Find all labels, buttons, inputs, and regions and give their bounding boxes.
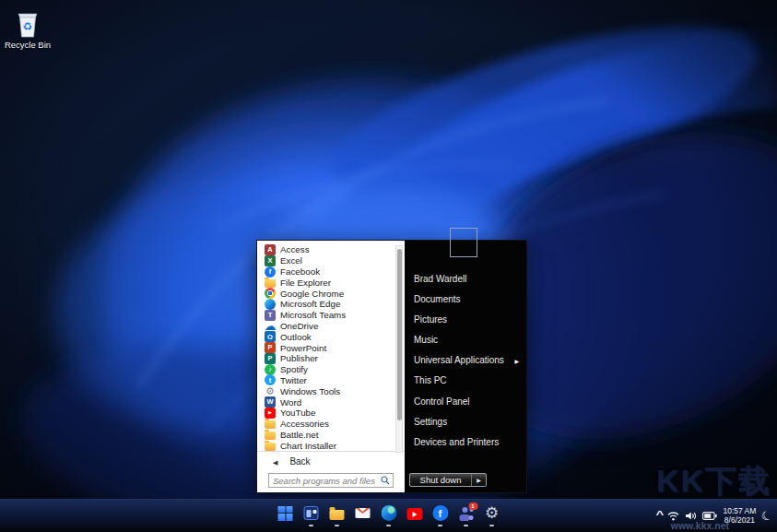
menu-item-this-pc[interactable]: This PC [405, 371, 526, 391]
search-box [268, 473, 394, 488]
running-indicator [335, 525, 339, 526]
app-item-access[interactable]: A Access [257, 244, 405, 255]
menu-item-settings[interactable]: Settings [405, 411, 526, 432]
app-label: Publisher [280, 353, 318, 363]
app-item-microsoft-edge[interactable]: Microsoft Edge [257, 299, 405, 310]
youtube-icon [406, 508, 422, 520]
shutdown-options-arrow[interactable] [471, 474, 486, 486]
search-input[interactable] [269, 476, 381, 486]
app-item-chart-installer[interactable]: Chart Installer [257, 440, 405, 451]
taskbar-youtube[interactable] [406, 505, 422, 521]
app-item-google-chrome[interactable]: Google Chrome [257, 288, 405, 299]
app-label: File Explorer [280, 278, 331, 288]
start-menu-links: Documents Pictures Music Univers [405, 289, 526, 453]
app-item-windows-tools[interactable]: ⚙ Windows Tools [257, 385, 405, 396]
watermark-url: www.kkx.net [671, 520, 729, 531]
app-label: Outlook [280, 332, 312, 342]
mail-icon [356, 508, 371, 519]
youtube-icon: ▶ [265, 408, 276, 419]
focus-assist-moon-icon[interactable] [759, 507, 775, 524]
excel-icon: X [265, 255, 276, 266]
menu-item-label: Documents [414, 294, 461, 304]
scrollbar[interactable] [395, 245, 403, 453]
menu-item-devices-and-printers[interactable]: Devices and Printers [405, 432, 526, 452]
taskbar-file-explorer[interactable] [329, 505, 345, 521]
app-item-youtube[interactable]: ▶ YouTube [257, 408, 405, 419]
running-indicator [386, 525, 391, 526]
menu-item-pictures[interactable]: Pictures [405, 309, 526, 329]
outlook-icon: O [265, 331, 276, 342]
app-item-facebook[interactable]: f Facebook [257, 266, 405, 278]
app-item-publisher[interactable]: P Publisher [257, 353, 405, 364]
tray-chevron-up-icon[interactable] [655, 510, 664, 520]
app-item-microsoft-teams[interactable]: T Microsoft Teams [257, 310, 405, 321]
menu-item-label: Control Panel [414, 396, 470, 407]
menu-item-label: Devices and Printers [414, 437, 499, 447]
app-item-accessories[interactable]: Accessories [257, 419, 405, 430]
app-item-powerpoint[interactable]: P PowerPoint [257, 342, 405, 353]
start-menu-app-panel: A Access X Excel f Facebook [257, 241, 405, 492]
word-icon: W [265, 396, 276, 408]
volume-icon[interactable] [685, 511, 697, 521]
app-item-word[interactable]: W Word [257, 396, 405, 408]
facebook-icon: f [265, 266, 276, 278]
app-item-outlook[interactable]: O Outlook [257, 331, 405, 342]
back-label: Back [289, 456, 310, 467]
taskbar-settings[interactable] [484, 505, 500, 521]
menu-item-documents[interactable]: Documents [405, 289, 526, 309]
shutdown-button[interactable]: Shut down [409, 473, 487, 487]
app-label: Spotify [280, 364, 308, 374]
folder-icon [265, 432, 276, 440]
folder-icon [265, 443, 276, 451]
menu-item-label: Universal Applications [414, 355, 504, 365]
battery-icon[interactable] [702, 512, 717, 520]
app-item-spotify[interactable]: ♪ Spotify [257, 364, 405, 375]
wifi-icon[interactable] [667, 511, 679, 521]
chrome-icon [265, 288, 276, 299]
notification-badge: 1 [468, 502, 477, 510]
start-menu: A Access X Excel f Facebook [256, 240, 527, 493]
app-item-twitter[interactable]: t Twitter [257, 375, 405, 386]
menu-item-label: Pictures [414, 314, 447, 325]
app-item-file-explorer[interactable]: File Explorer [257, 277, 405, 288]
start-menu-links-panel: Brad Wardell Documents Pictures Music [405, 241, 526, 492]
app-label: Accessories [280, 419, 329, 429]
app-item-battlenet[interactable]: Battle.net [257, 430, 405, 441]
menu-item-universal-applications[interactable]: Universal Applications [405, 350, 526, 371]
menu-item-control-panel[interactable]: Control Panel [405, 391, 526, 411]
back-arrow-icon [273, 456, 277, 467]
scrollbar-thumb[interactable] [397, 249, 402, 420]
taskbar-teams[interactable]: 1 [458, 505, 474, 521]
app-label: Windows Tools [280, 386, 340, 396]
taskbar-mail[interactable] [355, 505, 371, 521]
windows-tools-gear-icon: ⚙ [265, 385, 276, 396]
app-label: Microsoft Edge [280, 299, 340, 309]
user-name[interactable]: Brad Wardell [414, 274, 466, 284]
back-button[interactable]: Back [257, 451, 405, 470]
edge-icon [265, 299, 276, 310]
running-indicator [309, 525, 313, 526]
recycle-bin-icon[interactable]: ♻ Recycle Bin [2, 11, 53, 50]
running-indicator [464, 525, 468, 526]
start-button[interactable] [277, 505, 293, 521]
menu-item-music[interactable]: Music [405, 329, 526, 349]
menu-item-label: Music [414, 335, 438, 345]
menu-item-label: This PC [414, 375, 447, 385]
publisher-icon: P [265, 353, 276, 364]
folder-icon [265, 420, 276, 429]
app-label: YouTube [280, 408, 316, 418]
submenu-arrow-icon [514, 355, 519, 365]
recycle-bin-label: Recycle Bin [5, 40, 51, 50]
taskbar-start11-app[interactable] [303, 505, 319, 521]
taskbar-facebook[interactable] [432, 505, 448, 521]
recycle-bin-glyph: ♻ [16, 11, 40, 39]
running-indicator [489, 525, 494, 526]
app-label: Chart Installer [280, 441, 336, 451]
taskbar-icons: 1 [277, 505, 500, 521]
taskbar-edge[interactable] [381, 505, 396, 521]
app-item-excel[interactable]: X Excel [257, 255, 405, 266]
app-item-onedrive[interactable]: ☁ OneDrive [257, 321, 405, 332]
file-explorer-icon [330, 510, 345, 520]
svg-text:♻: ♻ [23, 20, 33, 33]
user-avatar[interactable] [450, 228, 477, 257]
